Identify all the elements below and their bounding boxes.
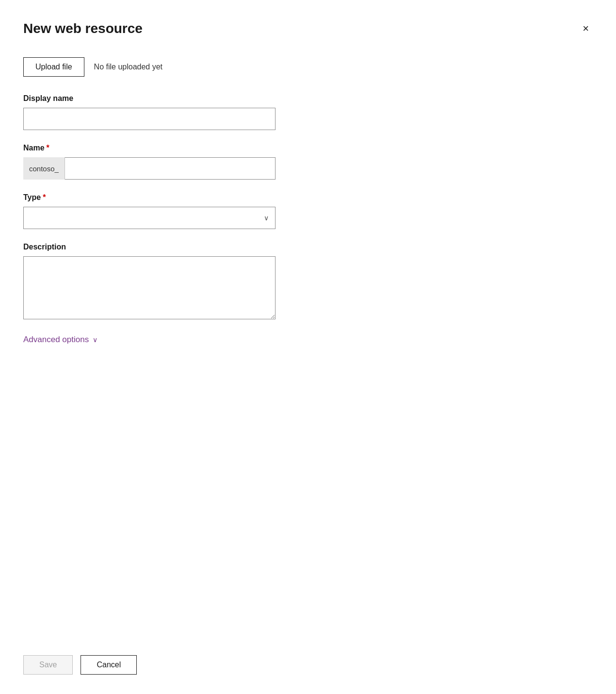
display-name-group: Display name bbox=[23, 94, 593, 130]
name-group: Name * contoso_ bbox=[23, 144, 593, 180]
type-select[interactable]: Webpage (HTML) Style Sheet (CSS) Script … bbox=[23, 207, 276, 229]
new-web-resource-dialog: New web resource × Upload file No file u… bbox=[0, 0, 616, 694]
description-group: Description bbox=[23, 243, 593, 319]
upload-status-text: No file uploaded yet bbox=[94, 63, 162, 71]
dialog-body: Upload file No file uploaded yet Display… bbox=[23, 57, 593, 675]
dialog-header: New web resource × bbox=[23, 19, 593, 38]
name-input[interactable] bbox=[23, 157, 276, 180]
upload-file-button[interactable]: Upload file bbox=[23, 57, 84, 77]
type-select-wrapper: Webpage (HTML) Style Sheet (CSS) Script … bbox=[23, 207, 276, 229]
dialog-footer: Save Cancel bbox=[23, 655, 593, 675]
display-name-label: Display name bbox=[23, 94, 593, 103]
type-group: Type * Webpage (HTML) Style Sheet (CSS) … bbox=[23, 193, 593, 229]
close-button[interactable]: × bbox=[579, 19, 593, 38]
advanced-options-toggle[interactable]: Advanced options ∨ bbox=[23, 333, 593, 347]
description-textarea[interactable] bbox=[23, 256, 276, 319]
advanced-options-chevron-icon: ∨ bbox=[93, 336, 97, 344]
name-input-wrapper: contoso_ bbox=[23, 157, 276, 180]
type-required-star: * bbox=[43, 193, 46, 202]
cancel-button[interactable]: Cancel bbox=[81, 655, 137, 675]
dialog-title: New web resource bbox=[23, 21, 143, 36]
type-label: Type * bbox=[23, 193, 593, 202]
save-button[interactable]: Save bbox=[23, 655, 73, 675]
display-name-input[interactable] bbox=[23, 108, 276, 130]
name-required-star: * bbox=[47, 144, 49, 152]
advanced-options-label: Advanced options bbox=[23, 335, 89, 345]
description-label: Description bbox=[23, 243, 593, 251]
name-label: Name * bbox=[23, 144, 593, 152]
upload-section: Upload file No file uploaded yet bbox=[23, 57, 593, 77]
